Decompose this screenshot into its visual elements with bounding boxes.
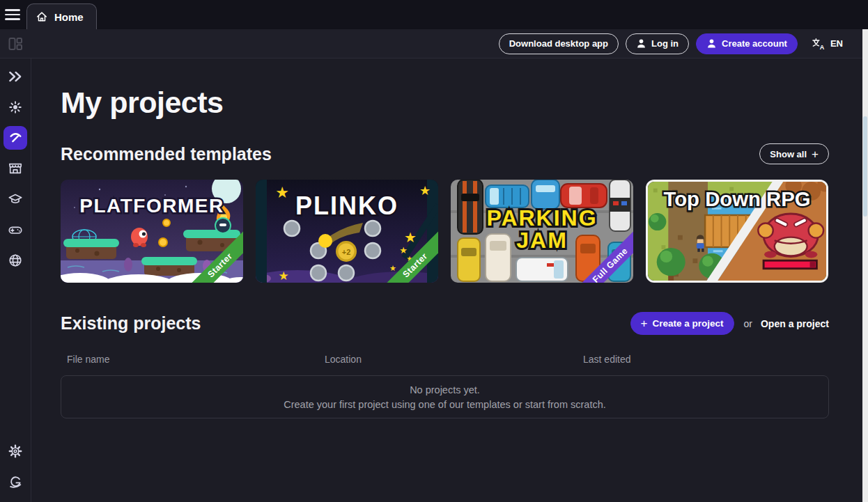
sidebar-item-build[interactable] — [3, 126, 27, 150]
tab-home[interactable]: Home — [26, 3, 97, 29]
download-desktop-app-label: Download desktop app — [509, 38, 608, 49]
learn-icon[interactable] — [7, 191, 24, 207]
empty-line-1: No projects yet. — [410, 384, 480, 395]
sidebar — [0, 58, 31, 502]
star-icon: ★ — [278, 269, 288, 283]
svg-text:A: A — [820, 44, 825, 50]
recommended-templates-heading: Recommended templates — [61, 144, 272, 164]
existing-projects-heading: Existing projects — [61, 313, 201, 334]
scrollbar-track[interactable] — [862, 29, 868, 502]
show-all-label: Show all — [770, 149, 807, 159]
projects-table-header: File name Location Last edited — [61, 354, 829, 365]
play-icon[interactable] — [7, 221, 24, 238]
tab-home-label: Home — [54, 11, 84, 23]
get-started-icon[interactable] — [7, 99, 24, 116]
login-label: Log in — [651, 38, 679, 49]
create-project-label: Create a project — [652, 318, 723, 329]
template-title-jam: JAM — [516, 228, 568, 253]
star-icon: ★ — [399, 245, 408, 256]
scrollbar-thumb[interactable] — [863, 116, 867, 217]
template-title-parking: PARKING — [486, 205, 597, 230]
template-card-plinko[interactable]: +2 ★ ★ ★ ★ ★ ★ ★ PLINKO Starter — [256, 180, 438, 283]
shop-icon[interactable] — [7, 160, 24, 177]
empty-line-2: Create your first project using one of o… — [284, 399, 606, 410]
template-title-plinko: PLINKO — [295, 191, 398, 220]
pickaxe-icon — [8, 130, 23, 146]
or-label: or — [744, 318, 752, 329]
hamburger-menu-icon[interactable] — [5, 6, 24, 23]
template-title-platformer: PLATFORMER — [79, 195, 224, 217]
star-icon: ★ — [419, 183, 431, 198]
person-icon — [636, 38, 646, 49]
empty-projects-placeholder: No projects yet. Create your first proje… — [61, 375, 829, 418]
star-icon: ★ — [275, 184, 289, 201]
login-button[interactable]: Log in — [626, 33, 689, 54]
star-icon: ★ — [404, 229, 417, 246]
download-desktop-app-button[interactable]: Download desktop app — [499, 33, 619, 54]
language-selector[interactable]: A EN — [812, 38, 843, 50]
plus-icon: + — [812, 148, 819, 160]
plinko-bonus-label: +2 — [342, 248, 351, 256]
show-all-button[interactable]: Show all + — [759, 143, 829, 164]
main-content: My projects Recommended templates Show a… — [31, 58, 868, 502]
create-account-button[interactable]: Create account — [696, 33, 798, 54]
column-location: Location — [325, 354, 583, 365]
translate-icon: A — [812, 38, 826, 50]
toolbar: Download desktop app Log in Create accou… — [0, 29, 868, 58]
template-cards: PLATFORMER Starter — [61, 180, 829, 283]
home-icon — [36, 10, 48, 23]
person-icon — [706, 38, 717, 49]
column-file-name: File name — [67, 354, 325, 365]
community-icon[interactable] — [7, 252, 24, 269]
template-card-top-down-rpg[interactable]: Top Down RPG — [646, 180, 828, 283]
gdevelop-logo-icon[interactable] — [7, 473, 24, 490]
preferences-gear-icon[interactable] — [7, 443, 24, 460]
template-card-parking-jam[interactable]: PARKING JAM Full Game — [451, 180, 633, 283]
create-project-button[interactable]: + Create a project — [630, 312, 734, 335]
column-last-edited: Last edited — [583, 354, 829, 365]
expand-sidebar-icon[interactable] — [7, 68, 24, 85]
open-project-link[interactable]: Open a project — [761, 318, 829, 329]
page-title: My projects — [61, 86, 829, 120]
star-icon: ★ — [389, 264, 396, 273]
plus-icon: + — [641, 317, 648, 329]
template-card-platformer[interactable]: PLATFORMER Starter — [61, 180, 243, 283]
template-title-top-down-rpg: Top Down RPG — [663, 189, 810, 211]
language-label: EN — [830, 38, 843, 49]
tab-bar: Home — [0, 0, 868, 29]
project-manager-icon[interactable] — [7, 36, 24, 52]
create-account-label: Create account — [722, 38, 787, 49]
